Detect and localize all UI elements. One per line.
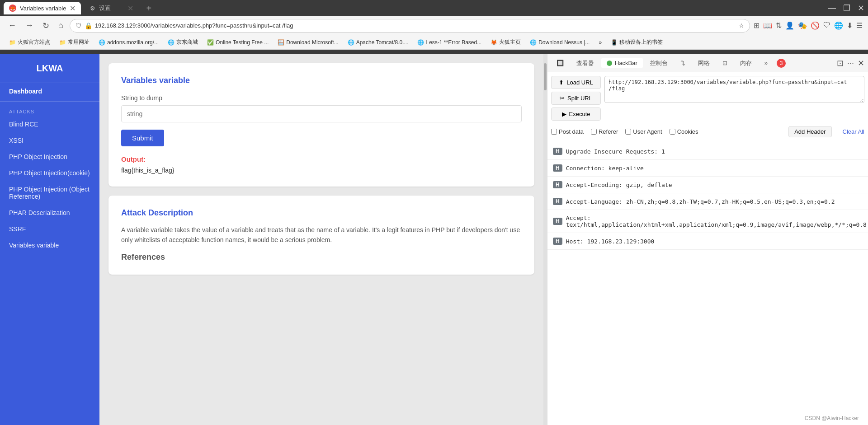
new-tab-button[interactable]: + — [142, 3, 155, 14]
cookies-checkbox[interactable]: Cookies — [670, 128, 698, 135]
bookmark-item[interactable]: 📁 常用网址 — [56, 37, 93, 47]
header-badge-1: H — [553, 164, 562, 172]
user-agent-check[interactable] — [625, 129, 631, 135]
split-url-button[interactable]: ✂ Split URL — [551, 92, 601, 105]
add-header-button[interactable]: Add Header — [788, 126, 831, 137]
devtools-close[interactable]: ⊡ ··· ✕ — [837, 58, 864, 68]
header-badge-0: H — [553, 148, 562, 155]
sidebar-title: LKWA — [0, 54, 99, 83]
post-data-checkbox[interactable]: Post data — [551, 128, 584, 135]
load-url-button[interactable]: ⬆ Load URL — [551, 76, 601, 89]
network-tab[interactable]: 网络 — [693, 57, 715, 69]
execute-icon: ▶ — [562, 111, 566, 117]
sidebar-item-ssrf[interactable]: SSRF — [0, 221, 99, 237]
more-devtools-tabs[interactable]: » — [759, 58, 773, 68]
sidebar-item-php-object-injection-cookie[interactable]: PHP Object Injection(cookie) — [0, 165, 99, 181]
user-agent-checkbox[interactable]: User Agent — [625, 128, 662, 135]
sidebar-item-php-object-injection-ref[interactable]: PHP Object Injection (Object Reference) — [0, 181, 99, 205]
ublock-icon[interactable]: 🛡 — [823, 21, 830, 30]
back-button[interactable]: ← — [5, 19, 19, 32]
console-tab[interactable]: 控制台 — [645, 57, 673, 69]
bookmark-item[interactable]: 🪟 Download Microsoft... — [274, 38, 342, 47]
container-icon[interactable]: 🎭 — [798, 21, 807, 30]
translate-icon[interactable]: 🌐 — [834, 21, 843, 30]
header-value-2: Accept-Encoding: gzip, deflate — [566, 182, 672, 188]
bookmark-item[interactable]: 🌐 京东商城 — [164, 37, 202, 47]
bookmark-item[interactable]: 🌐 addons.mozilla.org/... — [95, 38, 162, 47]
header-badge-4: H — [553, 218, 562, 225]
dock-toggle-icon[interactable]: ⊡ — [837, 58, 844, 68]
profile-icon[interactable]: 👤 — [785, 21, 794, 30]
firefox-icon: 🦊 — [9, 5, 16, 12]
memory-tab[interactable]: 内存 — [735, 57, 757, 69]
extensions-icon[interactable]: ⊞ — [754, 21, 760, 30]
home-button[interactable]: ⌂ — [56, 19, 66, 32]
forward-button[interactable]: → — [23, 19, 36, 32]
referer-check[interactable] — [591, 129, 597, 135]
header-row-3: H Accept-Language: zh-CN,zh;q=0.8,zh-TW;… — [547, 193, 868, 210]
sidebar-item-php-object-injection[interactable]: PHP Object Injection — [0, 149, 99, 165]
more-bookmarks[interactable]: » — [595, 38, 605, 47]
close-button[interactable]: ✕ — [858, 3, 864, 13]
sidebar-item-variables-variable[interactable]: Variables variable — [0, 237, 99, 253]
referer-checkbox[interactable]: Referer — [591, 128, 618, 135]
sidebar-item-phar[interactable]: PHAR Deserialization — [0, 205, 99, 221]
post-data-check[interactable] — [551, 129, 557, 135]
header-row-2: H Accept-Encoding: gzip, deflate — [547, 177, 868, 193]
address-bar[interactable]: 🛡 🔒 192.168.23.129:3000/variables/variab… — [70, 19, 750, 33]
error-count-badge: 3 — [777, 59, 786, 68]
header-value-5: Host: 192.168.23.129:3000 — [566, 238, 655, 245]
bookmark-item[interactable]: 🦊 火狐主页 — [487, 37, 524, 47]
devtools-options-icon[interactable]: ··· — [847, 58, 854, 68]
hackbar-tab[interactable]: HackBar — [601, 58, 643, 68]
settings-icon: ⚙ — [90, 5, 95, 12]
execute-button[interactable]: ▶ Execute — [551, 107, 601, 121]
attacks-section-label: ATTACKS — [0, 103, 99, 116]
inspector-tab[interactable]: 查看器 — [571, 57, 599, 69]
header-row-4: H Accept: text/html,application/xhtml+xm… — [547, 210, 868, 233]
hackbar-buttons: ⬆ Load URL ✂ Split URL ▶ Execute — [551, 76, 601, 121]
hackbar-body: ⬆ Load URL ✂ Split URL ▶ Execute http://… — [547, 72, 868, 425]
hackbar-url-input[interactable]: http://192.168.23.129:3000/variables/var… — [604, 76, 864, 103]
restore-button[interactable]: ❐ — [843, 3, 850, 13]
devtools-close-btn[interactable]: ✕ — [858, 58, 864, 68]
minimize-button[interactable]: — — [828, 3, 836, 13]
network-icon: ⇅ — [675, 58, 691, 68]
reload-button[interactable]: ↻ — [40, 19, 52, 33]
clear-all-link[interactable]: Clear All — [843, 128, 864, 135]
devtools-tabs: 🔲 查看器 HackBar 控制台 ⇅ 网络 ⊡ 内存 » 3 ⊡ ··· ✕ — [547, 54, 868, 72]
header-badge-2: H — [553, 181, 562, 188]
bookmark-star-icon[interactable]: ☆ — [739, 22, 744, 29]
sidebar-divider — [0, 101, 99, 102]
sidebar: LKWA Dashboard ATTACKS Blind RCE XSSI PH… — [0, 54, 99, 425]
bookmark-item[interactable]: 📁 火狐官方站点 — [5, 37, 54, 47]
sync-icon[interactable]: ⇅ — [776, 21, 782, 30]
header-value-4: Accept: text/html,application/xhtml+xml,… — [566, 215, 867, 228]
bookmark-item[interactable]: 🌐 Less-1 **Error Based... — [414, 38, 485, 47]
settings-tab[interactable]: ⚙ 设置 ✕ — [85, 2, 139, 14]
bookmark-online-testing[interactable]: ✅ Online Testing Free ... — [203, 38, 272, 47]
submit-button[interactable]: Submit — [121, 130, 164, 146]
inspector-icon-btn[interactable]: 🔲 — [551, 58, 569, 68]
header-badge-5: H — [553, 238, 562, 245]
cookies-check[interactable] — [670, 129, 675, 135]
sidebar-item-blind-rce[interactable]: Blind RCE — [0, 116, 99, 132]
mobile-bookmarks[interactable]: 📱 移动设备上的书签 — [607, 37, 666, 47]
string-input[interactable] — [121, 105, 522, 122]
bookmark-item[interactable]: 🌐 Download Nessus |... — [526, 38, 593, 47]
attack-desc-text: A variable variable takes the value of a… — [121, 225, 522, 245]
active-tab[interactable]: 🦊 Variables variable ✕ — [4, 2, 81, 14]
adblocker-icon[interactable]: 🚫 — [811, 21, 820, 30]
tab1-close[interactable]: ✕ — [70, 4, 75, 13]
scroll-indicator[interactable] — [543, 54, 547, 425]
header-row-0: H Upgrade-Insecure-Requests: 1 — [547, 143, 868, 160]
sidebar-item-xssi[interactable]: XSSI — [0, 132, 99, 149]
menu-button[interactable]: ☰ — [856, 21, 863, 30]
bookmark-item[interactable]: 🌐 Apache Tomcat/8.0.... — [344, 38, 412, 47]
window-controls: — ❐ ✕ — [828, 3, 864, 13]
reader-icon[interactable]: 📖 — [763, 21, 772, 30]
sidebar-item-dashboard[interactable]: Dashboard — [0, 83, 99, 99]
download-icon[interactable]: ⬇ — [847, 21, 853, 30]
tab2-close[interactable]: ✕ — [127, 4, 133, 13]
main-area: LKWA Dashboard ATTACKS Blind RCE XSSI PH… — [0, 54, 868, 425]
